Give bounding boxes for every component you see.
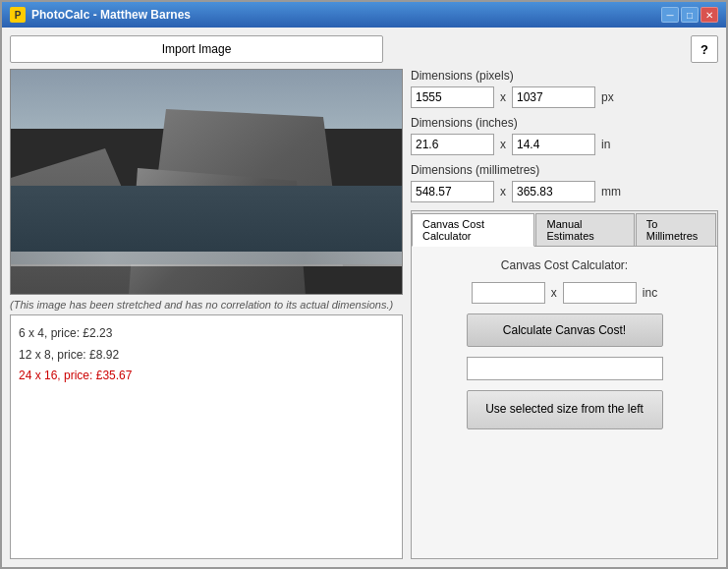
pixels-unit: px bbox=[601, 90, 614, 104]
canvas-result-field[interactable] bbox=[467, 357, 663, 380]
tab-content-canvas: Canvas Cost Calculator: x inc Calculate … bbox=[412, 247, 717, 558]
mm-unit: mm bbox=[601, 185, 621, 199]
canvas-height-input[interactable] bbox=[563, 282, 637, 304]
mm-inputs: x mm bbox=[411, 181, 718, 202]
import-image-button[interactable]: Import Image bbox=[10, 35, 383, 63]
tabs-area: Canvas Cost Calculator Manual Estimates … bbox=[411, 210, 718, 559]
inches-height-input[interactable] bbox=[512, 134, 595, 155]
tab-manual-estimates[interactable]: Manual Estimates bbox=[535, 213, 634, 246]
inches-row: Dimensions (inches) x in bbox=[411, 116, 718, 155]
use-selected-size-button[interactable]: Use selected size from the left bbox=[467, 390, 663, 429]
list-item[interactable]: 12 x 8, price: £8.92 bbox=[19, 345, 394, 367]
title-bar: P PhotoCalc - Matthew Barnes ─ □ ✕ bbox=[2, 2, 726, 28]
tab-canvas-cost-calculator[interactable]: Canvas Cost Calculator bbox=[412, 213, 534, 247]
mm-height-input[interactable] bbox=[512, 181, 595, 202]
list-item[interactable]: 24 x 16, price: £35.67 bbox=[19, 366, 394, 387]
price-list[interactable]: 6 x 4, price: £2.23 12 x 8, price: £8.92… bbox=[10, 314, 403, 559]
maximize-button[interactable]: □ bbox=[681, 7, 699, 23]
pixels-row: Dimensions (pixels) x px bbox=[411, 69, 718, 108]
mm-row: Dimensions (millimetres) x mm bbox=[411, 163, 718, 202]
canvas-calc-title: Canvas Cost Calculator: bbox=[501, 258, 628, 272]
pixels-separator: x bbox=[500, 90, 506, 104]
calculate-canvas-cost-button[interactable]: Calculate Canvas Cost! bbox=[467, 313, 663, 347]
mm-width-input[interactable] bbox=[411, 181, 494, 202]
cliff-scene-graphic bbox=[11, 70, 402, 294]
main-window: P PhotoCalc - Matthew Barnes ─ □ ✕ Impor… bbox=[0, 0, 728, 569]
app-icon: P bbox=[10, 7, 26, 23]
tab-to-millimetres[interactable]: To Millimetres bbox=[636, 213, 716, 246]
dimensions-section: Dimensions (pixels) x px Dimensions (inc… bbox=[411, 69, 718, 202]
mm-label: Dimensions (millimetres) bbox=[411, 163, 718, 177]
tab-bar: Canvas Cost Calculator Manual Estimates … bbox=[412, 211, 717, 247]
main-content: (This image has been stretched and has n… bbox=[10, 69, 718, 559]
content-area: Import Image ? (This image has been st bbox=[2, 28, 726, 567]
help-button[interactable]: ? bbox=[691, 35, 718, 63]
window-title: PhotoCalc - Matthew Barnes bbox=[31, 8, 191, 22]
inches-separator: x bbox=[500, 138, 506, 151]
foam-graphic bbox=[11, 252, 402, 266]
close-button[interactable]: ✕ bbox=[700, 7, 718, 23]
minimize-button[interactable]: ─ bbox=[661, 7, 679, 23]
pixels-inputs: x px bbox=[411, 86, 718, 108]
top-bar: Import Image ? bbox=[10, 35, 718, 63]
image-preview bbox=[10, 69, 403, 295]
mm-separator: x bbox=[500, 185, 506, 199]
canvas-width-input[interactable] bbox=[472, 282, 545, 304]
right-panel: Dimensions (pixels) x px Dimensions (inc… bbox=[411, 69, 718, 559]
canvas-unit: inc bbox=[643, 286, 657, 300]
title-bar-left: P PhotoCalc - Matthew Barnes bbox=[10, 7, 191, 23]
list-item[interactable]: 6 x 4, price: £2.23 bbox=[19, 323, 394, 345]
pixels-label: Dimensions (pixels) bbox=[411, 69, 718, 83]
pixels-width-input[interactable] bbox=[411, 86, 494, 108]
pixels-height-input[interactable] bbox=[512, 86, 595, 108]
stretch-note: (This image has been stretched and has n… bbox=[10, 299, 403, 311]
inches-inputs: x in bbox=[411, 134, 718, 155]
canvas-separator: x bbox=[551, 286, 557, 300]
inches-unit: in bbox=[601, 138, 610, 151]
inches-width-input[interactable] bbox=[411, 134, 494, 155]
window-controls: ─ □ ✕ bbox=[661, 7, 718, 23]
inches-label: Dimensions (inches) bbox=[411, 116, 718, 130]
canvas-size-inputs: x inc bbox=[472, 282, 657, 304]
left-panel: (This image has been stretched and has n… bbox=[10, 69, 403, 559]
